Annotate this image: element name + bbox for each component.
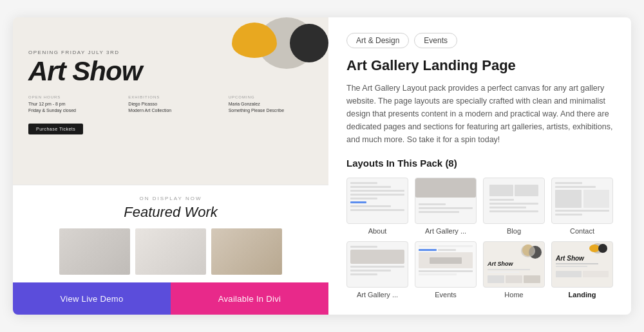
layout-label-contact: Contact [551,227,613,235]
upcoming-value: Maria GonzalezSomething Please Describe [229,101,313,114]
thumb-line [350,182,377,184]
left-panel: OPENING FRIDAY JULY 3RD Art Show OPEN HO… [13,17,328,315]
thumb-line [555,210,609,212]
purchase-tickets-button[interactable]: Purchase Tickets [28,124,83,134]
bottom-buttons: View Live Demo Available In Divi [13,282,328,315]
thumb-col [515,185,538,196]
page-description: The Art Gallery Layout pack provides a p… [346,82,613,146]
featured-work-section: ON DISPLAY NOW Featured Work [13,185,328,282]
open-hours-col: OPEN HOURS Thur 12 pm - 8 pmFriday & Sun… [28,95,113,114]
layout-label-art-gallery: Art Gallery ... [415,227,477,235]
thumb-line [350,186,391,188]
featured-label: ON DISPLAY NOW [28,196,313,201]
thumb-line [350,246,377,248]
view-live-demo-button[interactable]: View Live Demo [13,282,171,315]
thumbnail-3 [211,228,282,275]
layout-thumb-home: Art Show [483,241,545,288]
art-show-preview: OPENING FRIDAY JULY 3RD Art Show OPEN HO… [13,17,328,185]
featured-title: Featured Work [28,204,313,221]
layout-item-landing[interactable]: Art Show Landing [551,241,613,299]
thumb-line [350,194,404,196]
thumb-cols [487,182,541,196]
exhibitions-col: EXHIBITIONS Diego PicassoModern Art Coll… [128,95,213,114]
layout-thumb-landing: Art Show [551,241,613,288]
opening-text: OPENING FRIDAY JULY 3RD [28,50,313,55]
layouts-grid: About Art Gallery ... [346,178,613,299]
thumb-img [415,178,476,198]
info-columns: OPEN HOURS Thur 12 pm - 8 pmFriday & Sun… [28,95,313,114]
thumb-accent [350,201,366,203]
layout-item-contact[interactable]: Contact [551,178,613,235]
thumb-img [350,250,404,264]
layout-label-about: About [346,227,408,235]
layout-label-blog: Blog [483,227,545,235]
layout-thumb-contact [551,178,613,224]
thumb-line [419,211,459,213]
thumb-line [555,186,596,188]
main-container: OPENING FRIDAY JULY 3RD Art Show OPEN HO… [13,17,631,315]
layouts-heading: Layouts In This Pack (8) [346,158,613,169]
layout-thumb-art-gallery [415,178,477,224]
layout-label-events: Events [415,291,477,299]
layout-label-home: Home [483,291,545,299]
thumb-line [350,190,404,192]
featured-thumbnails [28,228,313,275]
thumb-line [350,209,404,211]
right-panel: Art & Design Events Art Gallery Landing … [328,17,631,315]
thumbnail-2 [135,228,206,275]
layout-thumb-blog [483,178,545,224]
thumb-line [350,270,391,272]
thumb-line [555,182,582,184]
thumb-line [489,203,538,205]
layout-item-blog[interactable]: Blog [483,178,545,235]
art-show-title: Art Show [28,58,313,85]
thumb-line [489,199,514,201]
layout-label-landing: Landing [551,291,613,299]
tags-row: Art & Design Events [346,33,613,48]
page-title: Art Gallery Landing Page [346,57,613,74]
layout-thumb-about [346,178,408,224]
upcoming-col: UPCOMING Maria GonzalezSomething Please … [229,95,313,114]
layout-item-home[interactable]: Art Show Home [483,241,545,299]
layout-thumb-events [415,241,477,288]
open-hours-label: OPEN HOURS [28,95,113,99]
tag-events[interactable]: Events [414,33,457,48]
layout-label-art-gallery-2: Art Gallery ... [346,291,408,299]
thumb-line [555,214,582,216]
thumb-line [489,207,526,208]
layout-item-about[interactable]: About [346,178,408,235]
thumb-line [489,210,538,212]
thumb-line [350,198,377,199]
thumb-line [419,203,446,205]
thumb-line [350,266,404,268]
thumbnail-1 [59,228,130,275]
exhibitions-label: EXHIBITIONS [128,95,213,99]
upcoming-label: UPCOMING [229,95,313,99]
thumb-line [419,207,473,209]
thumb-line [350,273,377,275]
art-show-text: OPENING FRIDAY JULY 3RD Art Show OPEN HO… [28,30,313,134]
thumb-col [489,185,513,196]
tag-art-design[interactable]: Art & Design [346,33,409,48]
layout-thumb-art-gallery-2 [346,241,408,288]
available-in-divi-button[interactable]: Available In Divi [171,282,328,315]
preview-area: OPENING FRIDAY JULY 3RD Art Show OPEN HO… [13,17,328,282]
thumb-line [350,205,391,207]
layout-item-art-gallery[interactable]: Art Gallery ... [415,178,477,235]
open-hours-value: Thur 12 pm - 8 pmFriday & Sunday closed [28,101,113,114]
layout-item-art-gallery-2[interactable]: Art Gallery ... [346,241,408,299]
layout-item-events[interactable]: Events [415,241,477,299]
exhibitions-value: Diego PicassoModern Art Collection [128,101,213,114]
